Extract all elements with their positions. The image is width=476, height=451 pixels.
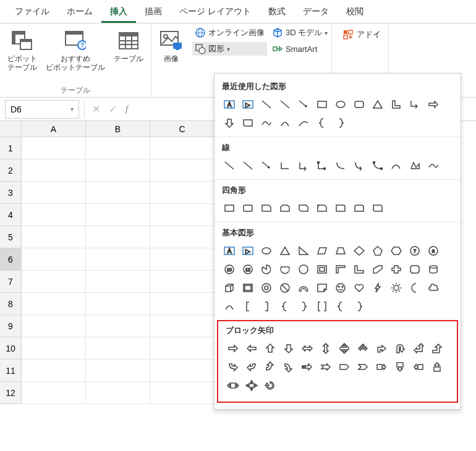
shape-cloud[interactable] — [425, 279, 442, 297]
cell[interactable] — [86, 315, 150, 337]
shape-triangle[interactable] — [276, 242, 294, 259]
shape-snip-round[interactable] — [313, 200, 331, 217]
cell[interactable] — [150, 293, 215, 315]
shape-frame[interactable] — [313, 261, 331, 278]
cell[interactable] — [22, 182, 86, 204]
shape-dodecagon[interactable]: 12 — [239, 261, 257, 278]
shape-arrow-pentagon[interactable] — [336, 358, 353, 376]
shape-pentagon[interactable] — [369, 242, 386, 259]
shape-snip-diag[interactable] — [295, 200, 312, 217]
smartart-button[interactable]: SmartArt — [270, 42, 330, 56]
shape-scribble[interactable] — [425, 157, 442, 174]
shape-roundrect[interactable] — [239, 200, 257, 217]
cell[interactable] — [150, 337, 215, 360]
cell[interactable] — [150, 182, 215, 204]
shape-round2[interactable] — [351, 200, 368, 217]
shape-trapezoid[interactable] — [332, 242, 349, 259]
shape-smiley[interactable] — [332, 279, 349, 297]
cell[interactable] — [86, 204, 150, 226]
shape-textbox-v[interactable]: ▷ — [239, 242, 257, 259]
row-header[interactable]: 8 — [0, 293, 22, 315]
cell[interactable] — [150, 159, 215, 182]
shape-arrow-leftright[interactable] — [299, 340, 316, 357]
shape-snip2[interactable] — [276, 200, 294, 217]
shape-circular-arrow[interactable] — [261, 377, 279, 394]
shape-teardrop[interactable] — [295, 261, 312, 278]
shape-half-frame[interactable] — [332, 261, 349, 278]
shape-curve-double[interactable] — [369, 157, 386, 174]
cell[interactable] — [150, 226, 215, 248]
row-header[interactable]: 3 — [0, 182, 22, 204]
cell[interactable] — [22, 315, 86, 337]
shape-arrow-bent[interactable] — [373, 340, 390, 357]
shape-brace-pair-l[interactable] — [332, 298, 349, 315]
shape-line[interactable] — [239, 157, 257, 174]
col-header[interactable]: A — [22, 121, 86, 137]
shape-round1[interactable] — [332, 200, 349, 217]
image-button[interactable]: 画像 — [156, 27, 186, 64]
shape-arrow-up[interactable] — [261, 340, 279, 357]
cell[interactable] — [150, 315, 215, 337]
shape-brace-left[interactable] — [313, 114, 331, 132]
shape-callout-down[interactable] — [391, 358, 409, 376]
shape-brace-right[interactable] — [332, 114, 349, 132]
cell[interactable] — [22, 137, 86, 159]
shape-block-arc[interactable] — [295, 279, 312, 297]
shape-brace-right[interactable] — [295, 298, 312, 315]
cell[interactable] — [86, 360, 150, 382]
shape-bracket-left[interactable] — [239, 298, 257, 315]
cell[interactable] — [22, 226, 86, 248]
shape-callout-left[interactable] — [410, 358, 427, 376]
cell[interactable] — [22, 248, 86, 271]
tab-review[interactable]: 校閲 — [338, 2, 372, 23]
shape-heart[interactable] — [351, 279, 368, 297]
shape-diag-stripe[interactable] — [369, 261, 386, 278]
fx-icon[interactable]: f — [125, 104, 128, 114]
cell[interactable] — [22, 337, 86, 360]
row-header[interactable]: 5 — [0, 226, 22, 248]
shape-plaque[interactable] — [406, 261, 423, 278]
shape-arrow-curved-right[interactable] — [224, 358, 242, 376]
shape-textbox-h[interactable]: A — [221, 242, 238, 259]
shape-sun[interactable] — [388, 279, 405, 297]
row-header[interactable]: 1 — [0, 137, 22, 159]
shape-brace-pair-r[interactable] — [351, 298, 368, 315]
shape-lightning[interactable] — [369, 279, 386, 297]
shape-arrow-curved-left[interactable] — [243, 358, 260, 376]
col-header[interactable]: C — [150, 121, 215, 137]
shape-elbow-double[interactable] — [313, 157, 331, 174]
tab-formula[interactable]: 数式 — [260, 2, 294, 23]
shape-diamond[interactable] — [351, 242, 368, 259]
select-all-corner[interactable] — [0, 121, 22, 137]
shape-curve[interactable] — [295, 114, 312, 132]
shape-arrow-notched[interactable] — [317, 358, 334, 376]
shape-curve-arrow[interactable] — [351, 157, 368, 174]
shape-curve-conn[interactable] — [332, 157, 349, 174]
shape-freeform[interactable] — [406, 157, 423, 174]
shape-octagon[interactable]: 8 — [425, 242, 442, 259]
shape-arrow-updown[interactable] — [317, 340, 334, 357]
tab-file[interactable]: ファイル — [6, 2, 58, 23]
shape-elbow[interactable] — [276, 157, 294, 174]
shape-oval[interactable] — [258, 242, 275, 259]
shape-roundrect-2[interactable] — [239, 114, 257, 132]
shape-moon[interactable] — [406, 279, 423, 297]
shape-arrow-quad[interactable] — [336, 340, 353, 357]
shape-heptagon[interactable]: 7 — [406, 242, 423, 259]
cell[interactable] — [22, 360, 86, 382]
shape-callout-up[interactable] — [428, 358, 446, 376]
shape-folded-corner[interactable] — [313, 279, 331, 297]
cell[interactable] — [150, 137, 215, 159]
shape-can[interactable] — [425, 261, 442, 278]
shape-textbox-v[interactable]: ▷ — [239, 96, 257, 113]
row-header[interactable]: 11 — [0, 360, 22, 382]
shape-arrow-striped[interactable] — [299, 358, 316, 376]
shape-arc-2[interactable] — [221, 298, 238, 315]
shape-triangle[interactable] — [369, 96, 386, 113]
cell[interactable] — [150, 360, 215, 382]
shape-freeform-curve[interactable] — [388, 157, 405, 174]
shape-bracket-pair[interactable] — [313, 298, 331, 315]
shape-arrow-bentup[interactable] — [428, 340, 446, 357]
tab-data[interactable]: データ — [294, 2, 338, 23]
tab-home[interactable]: ホーム — [58, 2, 101, 23]
